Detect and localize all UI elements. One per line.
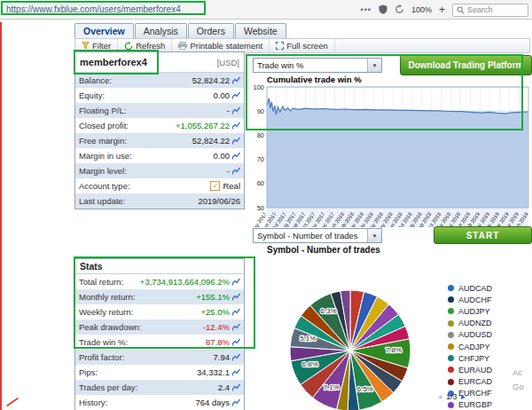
account-row-label: Last update: [79,196,125,206]
stats-row-label: Profit factor: [79,352,124,362]
toolbar-button-label: Filter [92,41,111,51]
toolbar-button-full-screen[interactable]: Full screen [270,39,334,52]
svg-text:7.1%: 7.1% [324,383,340,391]
mini-chart-icon[interactable] [232,338,240,346]
search-icon [457,2,465,18]
legend-item-eurcad[interactable]: EURCAD [448,376,492,388]
account-row-last-update: Last update:2019/06/26 [75,193,244,209]
search-input[interactable]: Search [452,4,528,17]
zoom-level[interactable]: 100% [411,5,432,14]
pager-page-indicator: 1/3 [446,392,458,401]
tab-analysis[interactable]: Analysis [135,23,187,38]
stats-title: Stats [75,259,244,274]
tab-overview[interactable]: Overview [74,23,134,38]
red-scribble-mark [6,398,19,407]
mini-chart-icon[interactable] [232,398,240,406]
account-panel: memberforex4 [USD] Balance:52,824.22Equi… [74,51,245,209]
account-value-text: - [227,106,230,115]
stats-row-label: Peak drawdown: [79,322,141,332]
account-value-text: 0.00 [214,91,231,100]
stats-value-text: 87.8% [206,337,230,347]
mini-chart-icon[interactable] [232,122,240,130]
ad-fragment-text: Go [512,382,524,391]
toolbar-button-printable-statement[interactable]: Printable statement [172,39,270,52]
legend-item-audjpy[interactable]: AUDJPY [448,305,492,317]
tab-website[interactable]: Website [235,23,286,38]
chevron-down-icon[interactable]: ▼ [367,59,381,72]
stats-value-text: +3,734,913,664,096.2% [140,277,230,287]
legend-item-audcad[interactable]: AUDCAD [448,282,492,294]
mini-chart-icon[interactable] [232,308,240,316]
account-value-text: - [227,166,230,176]
toolbar-button-label: Refresh [136,41,165,51]
zoom-in-button[interactable]: + [439,4,445,16]
legend-label: AUDCAD [458,284,492,293]
mini-chart-icon[interactable] [232,137,240,145]
pie-legend: AUDCADAUDCHFAUDJPYAUDNZDAUDUSDCADJPYCHFJ… [448,282,492,410]
svg-text:5.1%: 5.1% [300,335,316,343]
stats-value-text: +155.1% [196,292,230,302]
toolbar-button-filter[interactable]: Filter [75,39,118,52]
mini-chart-icon[interactable] [232,323,240,331]
legend-item-audnzd[interactable]: AUDNZD [448,318,492,329]
shield-icon[interactable] [379,2,387,18]
toolbar-button-refresh[interactable]: Refresh [118,39,172,52]
browser-icons: ••• 100% + Search [361,0,529,20]
mini-chart-icon[interactable] [232,368,240,376]
svg-text:80: 80 [257,131,264,139]
legend-item-audusd[interactable]: AUDUSD [448,329,492,341]
account-row-label: Closed profit: [79,121,129,130]
legend-item-chfjpy[interactable]: CHFJPY [448,352,492,364]
url-bar[interactable]: https://www.fxblue.com/users/memberforex… [6,4,181,14]
svg-text:70: 70 [257,155,264,163]
account-row-margin-level: Margin level:- [75,163,244,178]
start-button[interactable]: START [434,226,532,244]
legend-color-dot [448,367,454,373]
fullscreen-icon [276,42,284,50]
stats-panel: Stats Total return:+3,734,913,664,096.2%… [74,258,245,410]
svg-text:6.3%: 6.3% [320,307,336,315]
account-row-label: Margin in use: [79,151,132,161]
mini-chart-icon[interactable] [232,167,240,175]
pager-next-icon[interactable]: ► [459,393,466,401]
pie-metric-dropdown[interactable]: Symbol - Number of trades ▼ [253,228,382,243]
svg-text:7.8%: 7.8% [386,346,402,354]
svg-text:60: 60 [257,179,264,187]
account-row-label: Floating P/L: [79,106,126,115]
mini-chart-icon[interactable] [232,106,240,114]
legend-item-audchf[interactable]: AUDCHF [448,294,492,305]
refresh-icon[interactable] [395,2,404,18]
pager-prev-icon[interactable]: ◄ [436,393,443,401]
mini-chart-icon[interactable] [232,383,240,391]
legend-color-dot [448,285,454,291]
stats-row-value: +3,734,913,664,096.2% [140,277,240,287]
stats-row-value: 764 days [195,398,240,407]
mini-chart-icon[interactable] [232,152,240,160]
stats-row-value: -12.4% [203,322,240,332]
legend-label: CHFJPY [458,354,489,363]
account-name[interactable]: memberforex4 [80,57,147,67]
chart-metric-dropdown[interactable]: Trade win % ▼ [253,58,382,73]
legend-color-dot [448,379,454,385]
mini-chart-icon[interactable] [232,278,240,286]
download-trading-platform-button[interactable]: Download Trading Platform [400,55,532,75]
mini-chart-icon[interactable] [232,293,240,301]
account-row-value: - [227,106,240,115]
checkbox-checked-icon[interactable]: ✓ [210,181,220,191]
mini-chart-icon[interactable] [232,76,240,84]
chevron-down-icon[interactable]: ▼ [367,229,381,242]
tab-orders[interactable]: Orders [188,23,234,38]
filter-icon [82,42,90,50]
mini-chart-icon[interactable] [232,353,240,361]
account-row-label: Account type: [79,181,130,191]
stats-row-pips: Pips:34,332.1 [75,365,244,380]
legend-label: EURAUD [458,366,492,375]
red-edge-mark [0,22,2,410]
more-icon[interactable]: ••• [361,6,372,14]
stats-row-label: Weekly return: [79,307,133,317]
mini-chart-icon[interactable] [232,91,240,99]
account-row-value: 0.00 [214,91,241,100]
legend-item-cadjpy[interactable]: CADJPY [448,341,492,352]
legend-item-euraud[interactable]: EURAUD [448,364,492,375]
stats-row-profit-factor: Profit factor:7.94 [75,350,244,365]
